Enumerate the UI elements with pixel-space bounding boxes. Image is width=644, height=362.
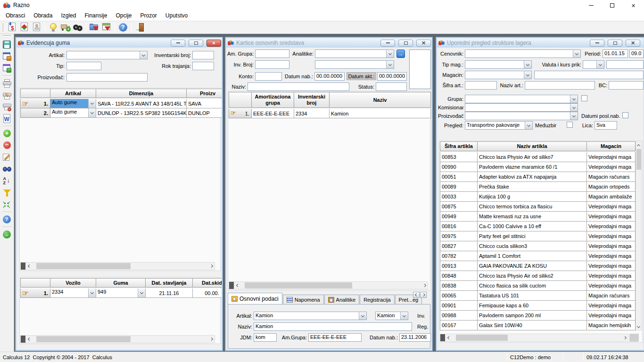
konto-input[interactable] [255,72,282,81]
inv-broj-input[interactable] [255,60,289,69]
tip-mag-combo[interactable] [465,60,532,69]
scrollbar-thumb[interactable] [456,335,508,341]
dropdown-arrow-icon[interactable] [88,288,96,297]
naziv-input[interactable] [248,82,349,91]
header-vozilo[interactable]: Vozilo [50,278,96,288]
row-marker[interactable]: ☞1. [20,288,50,298]
bc-input[interactable] [609,81,644,90]
table-row[interactable]: 00901Femipause kaps a 60Veleprodajni mag… [440,301,636,311]
horizontal-scrollbar[interactable] [440,334,628,342]
print-icon[interactable] [2,79,12,88]
proizvodjac-input[interactable] [66,73,148,82]
pregled-combo[interactable]: Transportno pakovanje [465,121,533,130]
menu-finansije[interactable]: Finansije [80,11,111,20]
am-grupa-input[interactable] [255,49,289,58]
grupa-combo[interactable] [465,95,578,103]
table-row[interactable]: 00949Matte kremasti ruz za usneVeleproda… [440,212,636,222]
print-fast-icon[interactable]: ϟ [2,90,12,100]
analitike-go-button[interactable]: → [396,49,405,58]
menu-uputstvo[interactable]: Uputstvo [161,11,192,20]
proizvodjac-combo[interactable] [465,112,578,120]
menu-opcije[interactable]: Opcije [111,11,136,20]
menu-izgled[interactable]: Izgled [57,11,80,20]
header-proizvodjac[interactable]: Proizv [187,89,222,98]
find-icon[interactable] [2,165,12,174]
header-sifra-artikla[interactable]: Šifra artikla [440,141,478,151]
minimize-button[interactable] [171,40,185,47]
export-word-icon[interactable]: W [2,114,12,123]
horizontal-scrollbar[interactable] [20,335,215,343]
datum-nab-input[interactable]: 00.00.0000 [314,72,345,81]
naziv-input[interactable]: Kamion [254,322,412,331]
menu-obrada[interactable]: Obrada [29,11,57,20]
help-icon[interactable]: ? [117,22,129,33]
table-row[interactable]: 00816Ca-C 1000 Calvive a 10 effVeleproda… [440,222,636,231]
scroll-left-arrow[interactable] [446,334,452,341]
menu-prozor[interactable]: Prozor [136,11,161,20]
sort-az-icon[interactable]: A Z ↓ [2,176,12,186]
close-button[interactable]: × [206,40,221,47]
table-row[interactable]: 00848Chicco laza Physio Air od siliko2Ve… [440,271,636,281]
table-row[interactable]: 00913GAIA PAKOVANJE ZA KOSUVeleprodajni … [440,261,636,271]
table-row[interactable]: 00875Chicco termos torbica za flasicuVel… [440,202,636,212]
dropdown-arrow-icon[interactable] [573,50,580,58]
dropdown-arrow-icon[interactable] [386,61,394,68]
tab-analitike[interactable]: Analitike [324,295,360,304]
kurs-input[interactable] [606,60,644,69]
tab-osnovni-podaci[interactable]: Osnovni podaci [228,293,282,304]
table-row[interactable]: 00975Party feet gel stitniciVeleprodajni… [440,231,636,241]
datumi-posl-nab-checkbox[interactable] [622,112,628,118]
rok-trajanja-input[interactable] [192,62,214,70]
tab-scroll-left[interactable] [413,292,420,298]
tip-input[interactable] [66,62,101,70]
minimize-button[interactable] [590,40,604,47]
cenovnik-combo[interactable] [465,49,581,58]
maximize-button[interactable] [602,0,623,11]
komisionar-combo[interactable] [465,103,578,112]
analitike-combo-2[interactable] [315,60,394,69]
dropdown-arrow-icon[interactable] [570,95,578,103]
table-row[interactable]: 00853Chicco laza Physio Air od siliko7Ve… [440,152,636,162]
sifra-art-input[interactable] [465,81,497,90]
scrollbar-thumb[interactable] [36,263,131,269]
scrollbar-thumb[interactable] [36,336,131,342]
horizontal-scrollbar[interactable] [20,262,215,270]
fit-columns-icon[interactable]: ↘ ↙ ↗ ↖ [2,200,12,209]
jdm-input[interactable]: kom [254,333,277,342]
header-dimenzija[interactable]: Dimenzija [96,89,187,98]
toolbar-grip[interactable] [3,35,11,37]
magacin-combo[interactable] [465,71,532,79]
analitike-combo-1[interactable] [315,49,394,58]
table-row[interactable]: ☞1. Auto gume SAVA - 11R22.5 AVANT A3 14… [20,99,222,108]
close-button[interactable]: ✕ [626,40,640,47]
naziv-art-input[interactable] [525,81,595,90]
header-naziv[interactable]: Naziv [330,92,431,108]
dropdown-arrow-icon[interactable] [570,112,578,120]
save-all-icon[interactable] [2,64,12,73]
artikal-combo[interactable]: Kamion [254,312,367,320]
scroll-left-arrow[interactable] [26,336,33,343]
scrollbar-thumb[interactable] [636,149,641,170]
scrollbar-thumb[interactable] [245,282,352,288]
inventarski-broj-input[interactable] [192,51,214,59]
table-row[interactable]: 00782Aptamil 1 ComfortVeleprodajni maga [440,251,636,261]
document-exchange-icon[interactable] [19,22,30,33]
am-grupa-input[interactable]: EEE-EE-E-EEE [308,333,362,342]
add-row-icon[interactable]: + [2,129,12,139]
help-icon[interactable]: ? [2,215,12,224]
header-amortizaciona-grupa[interactable]: Amortizaciona grupa [252,92,294,108]
header-artikal[interactable]: Artikal [50,89,96,98]
table-row[interactable]: 00827Chicco cucla silikon3Veleprodajni m… [440,241,636,251]
table-row[interactable]: 00167Galax Sint 10W/40Magacin hemijskih [440,321,636,330]
header-naziv-artikla[interactable]: Naziv artikla [478,141,587,151]
valuta-combo[interactable] [583,60,604,69]
scroll-down-arrow[interactable] [636,324,641,330]
horizontal-scrollbar[interactable] [229,281,428,289]
employee-card-icon[interactable] [31,22,42,33]
exit-icon[interactable]: → [134,22,145,33]
delete-row-icon[interactable]: − [2,141,12,150]
header-magacin[interactable]: Magacin [587,141,636,151]
table-row[interactable]: 00033Kutijica 100 gMagacin ambalaže [440,192,636,202]
row-guma-combo[interactable]: 949 [96,288,145,297]
artikal-combo[interactable] [66,51,148,59]
